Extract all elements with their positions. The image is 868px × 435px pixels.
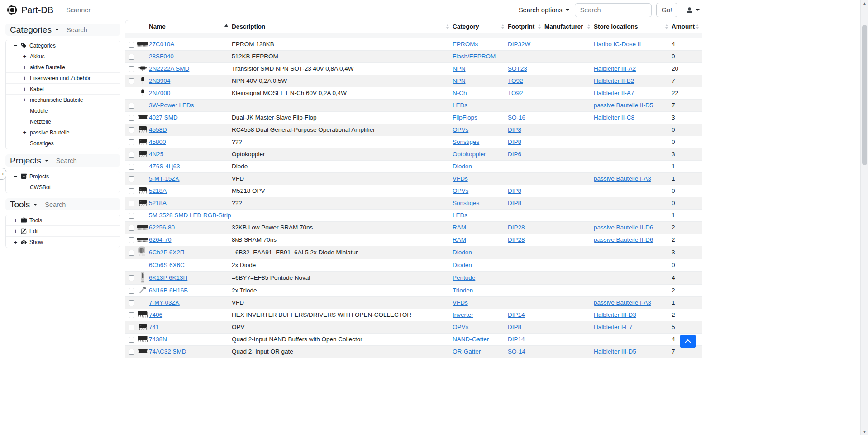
- store-location-link[interactable]: Halbleiter III-A2: [594, 65, 636, 72]
- store-location-link[interactable]: Halbleiter II-C8: [594, 114, 634, 121]
- category-link[interactable]: EPROMs: [453, 41, 478, 48]
- part-thumbnail[interactable]: [136, 114, 149, 120]
- footprint-link[interactable]: DIP8: [508, 126, 521, 133]
- row-checkbox[interactable]: [129, 263, 134, 268]
- part-thumbnail[interactable]: [136, 138, 149, 145]
- row-checkbox[interactable]: [129, 275, 134, 281]
- tools-dropdown[interactable]: Tools: [10, 200, 37, 210]
- part-thumbnail[interactable]: [136, 224, 149, 230]
- expand-toggle-icon[interactable]: +: [22, 75, 27, 81]
- part-name-link[interactable]: 5218A: [149, 200, 167, 206]
- projects-search-input[interactable]: [56, 157, 103, 164]
- tools-search-input[interactable]: [45, 201, 92, 208]
- tree-item-cwsbot[interactable]: CWSBot: [6, 182, 120, 193]
- category-link[interactable]: NPN: [453, 77, 466, 84]
- part-thumbnail[interactable]: [136, 65, 149, 71]
- part-thumbnail[interactable]: [136, 236, 149, 243]
- footprint-link[interactable]: DIP8: [508, 187, 521, 194]
- app-brand[interactable]: Part-DB: [7, 5, 53, 15]
- store-location-link[interactable]: Halbleiter III-D3: [594, 311, 636, 318]
- sidebar-collapse-handle[interactable]: ‹: [0, 168, 6, 180]
- part-name-link[interactable]: 2N7000: [149, 90, 170, 96]
- footprint-link[interactable]: DIP8: [508, 139, 521, 145]
- part-name-link[interactable]: 4N25: [149, 151, 163, 158]
- row-checkbox[interactable]: [129, 54, 134, 60]
- collapse-toggle-icon[interactable]: −: [13, 42, 18, 49]
- footprint-link[interactable]: TO92: [508, 77, 523, 84]
- category-link[interactable]: Dioden: [453, 249, 472, 256]
- part-name-link[interactable]: 5218A: [149, 187, 167, 194]
- row-checkbox[interactable]: [129, 139, 134, 145]
- store-location-link[interactable]: Halbleiter II-B2: [594, 77, 634, 84]
- search-options-dropdown[interactable]: Search options: [519, 6, 569, 14]
- part-thumbnail[interactable]: [136, 89, 149, 96]
- store-location-link[interactable]: Halbleiter II-A7: [594, 90, 634, 96]
- part-name-link[interactable]: 45800: [149, 139, 166, 145]
- scrollbar-down-icon[interactable]: ▼: [861, 429, 868, 435]
- tree-item-kabel[interactable]: +Kabel: [6, 84, 120, 95]
- expand-toggle-icon[interactable]: +: [22, 96, 27, 103]
- part-name-link[interactable]: 27C010A: [149, 41, 174, 48]
- footprint-link[interactable]: SO-16: [508, 114, 525, 121]
- tree-item-tools[interactable]: +Tools: [6, 215, 120, 226]
- category-link[interactable]: Dioden: [453, 262, 472, 268]
- row-checkbox[interactable]: [129, 91, 134, 96]
- row-checkbox[interactable]: [129, 250, 134, 256]
- row-checkbox[interactable]: [129, 103, 134, 109]
- category-link[interactable]: OPVs: [453, 126, 468, 133]
- footprint-link[interactable]: DIP28: [508, 224, 525, 231]
- store-location-link[interactable]: passive Bauteile II-D6: [594, 236, 653, 243]
- row-checkbox[interactable]: [129, 164, 134, 170]
- store-location-link[interactable]: Halbleiter I-E7: [594, 324, 633, 330]
- part-name-link[interactable]: 4027 SMD: [149, 114, 178, 121]
- part-name-link[interactable]: 6K13P 6K13П: [149, 274, 187, 281]
- tree-item-sonstiges[interactable]: Sonstiges: [6, 138, 120, 149]
- part-thumbnail[interactable]: [136, 40, 149, 47]
- part-name-link[interactable]: 7438N: [149, 336, 167, 343]
- part-name-link[interactable]: 3W-Power LEDs: [149, 102, 194, 109]
- row-checkbox[interactable]: [129, 152, 134, 158]
- tree-item-categories[interactable]: −Categories: [6, 40, 120, 51]
- row-checkbox[interactable]: [129, 188, 134, 194]
- tree-item-netzteile[interactable]: Netzteile: [6, 116, 120, 127]
- tree-item-passive-bauteile[interactable]: +passive Bauteile: [6, 127, 120, 138]
- category-link[interactable]: Sonstiges: [453, 139, 479, 145]
- category-link[interactable]: Flash/EEPROM: [453, 53, 496, 60]
- part-name-link[interactable]: 62256-80: [149, 224, 175, 231]
- part-thumbnail[interactable]: [136, 186, 149, 194]
- expand-toggle-icon[interactable]: +: [22, 129, 27, 136]
- column-header-store-locations[interactable]: Store locations: [594, 20, 672, 33]
- user-menu[interactable]: [686, 6, 700, 14]
- tree-item-akkus[interactable]: +Akkus: [6, 51, 120, 62]
- expand-toggle-icon[interactable]: +: [13, 239, 18, 246]
- vertical-scrollbar[interactable]: ▲ ▼: [860, 0, 868, 435]
- footprint-link[interactable]: SO-14: [508, 348, 525, 355]
- row-checkbox[interactable]: [129, 127, 134, 133]
- tree-item-module[interactable]: Module: [6, 105, 120, 116]
- column-header-description[interactable]: Description: [232, 20, 453, 33]
- part-name-link[interactable]: 2N3904: [149, 77, 170, 84]
- row-checkbox[interactable]: [129, 325, 134, 330]
- category-link[interactable]: LEDs: [453, 212, 467, 219]
- nav-item-scanner[interactable]: Scanner: [66, 6, 91, 14]
- column-header-category[interactable]: Category: [453, 20, 508, 33]
- part-name-link[interactable]: 7-MY-03ZK: [149, 299, 180, 306]
- column-header-amount[interactable]: Amount: [672, 20, 702, 33]
- row-checkbox[interactable]: [129, 237, 134, 243]
- tree-item-show[interactable]: +Show: [6, 237, 120, 248]
- category-link[interactable]: VFDs: [453, 299, 468, 306]
- row-checkbox[interactable]: [129, 312, 134, 318]
- part-name-link[interactable]: 4558D: [149, 126, 167, 133]
- tree-item-aktive-bauteile[interactable]: +aktive Bauteile: [6, 62, 120, 73]
- category-link[interactable]: OPVs: [453, 187, 468, 194]
- part-thumbnail[interactable]: [136, 125, 149, 133]
- part-thumbnail[interactable]: [136, 246, 149, 258]
- footprint-link[interactable]: SOT23: [508, 65, 527, 72]
- part-name-link[interactable]: 2N2222A SMD: [149, 65, 189, 72]
- part-thumbnail[interactable]: [136, 150, 149, 158]
- row-checkbox[interactable]: [129, 42, 134, 48]
- global-search-input[interactable]: [575, 3, 652, 17]
- column-header-manufacturer[interactable]: Manufacturer: [544, 20, 594, 33]
- expand-toggle-icon[interactable]: +: [22, 86, 27, 92]
- scroll-to-top-button[interactable]: [680, 335, 696, 348]
